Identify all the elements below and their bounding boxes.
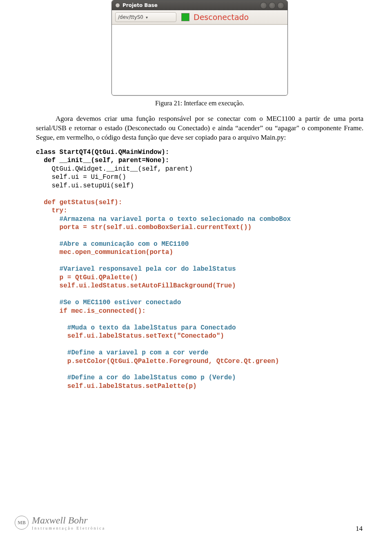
code-line: p = QtGui.QPalette() <box>36 274 138 281</box>
code-line: #Define a variavel p com a cor verde <box>36 349 208 356</box>
close-button[interactable] <box>277 2 284 9</box>
maximize-button[interactable] <box>269 2 276 9</box>
window-title: Projeto Base <box>122 2 258 8</box>
code-line: #Se o MEC1100 estiver conectado <box>36 299 181 306</box>
code-block: class StartQT4(QtGui.QMainWindow): def _… <box>36 148 363 391</box>
code-line: self.ui = Ui_Form() <box>36 174 126 181</box>
code-line: class StartQT4(QtGui.QMainWindow): <box>36 149 169 156</box>
brand-tagline: Instrumentação Eletrônica <box>32 526 105 530</box>
brand-logo-icon: MB <box>15 516 29 530</box>
app-window: Projeto Base /dev/ttyS0 ▾ Desconectado <box>111 0 288 96</box>
app-body <box>112 24 287 95</box>
code-line: self.ui.setupUi(self) <box>36 182 134 189</box>
toolbar: /dev/ttyS0 ▾ Desconectado <box>112 10 287 24</box>
code-line: #Armazena na variavel porta o texto sele… <box>36 216 291 223</box>
brand-text: Maxwell Bohr Instrumentação Eletrônica <box>32 515 105 530</box>
code-line: #Muda o texto da labelStatus para Conect… <box>36 324 236 332</box>
code-line: mec.open_communication(porta) <box>36 249 173 256</box>
code-line: try: <box>36 207 67 214</box>
code-line: p.setColor(QtGui.QPalette.Foreground, Qt… <box>36 358 279 365</box>
page: Projeto Base /dev/ttyS0 ▾ Desconectado F… <box>0 0 392 541</box>
code-line: QtGui.QWidget.__init__(self, parent) <box>36 165 193 173</box>
status-label: Desconectado <box>194 13 249 22</box>
serial-port-value: /dev/ttyS0 <box>118 14 146 20</box>
figure-caption: Figura 21: Interface em execução. <box>36 100 363 107</box>
page-number: 14 <box>356 525 363 533</box>
code-line: porta = str(self.ui.comboBoxSerial.curre… <box>36 224 252 231</box>
status-led <box>181 13 189 21</box>
body-paragraph: Agora devemos criar uma função responsáv… <box>36 114 363 142</box>
chevron-down-icon: ▾ <box>146 15 174 20</box>
minimize-button[interactable] <box>260 2 267 9</box>
code-line: self.ui.labelStatus.setText("Conectado") <box>36 332 224 340</box>
code-line: def __init__(self, parent=None): <box>36 157 169 164</box>
code-line: self.ui.ledStatus.setAutoFillBackground(… <box>36 282 236 289</box>
code-line: #Abre a comunicação com o MEC1100 <box>36 240 189 248</box>
serial-port-combo[interactable]: /dev/ttyS0 ▾ <box>115 12 176 22</box>
code-line: #Variavel responsavel pela cor do labelS… <box>36 265 236 273</box>
footer-brand: MB Maxwell Bohr Instrumentação Eletrônic… <box>15 515 105 530</box>
brand-name: Maxwell Bohr <box>32 515 105 526</box>
window-menu-icon <box>115 3 120 8</box>
code-line: if mec.is_connected(): <box>36 307 146 315</box>
code-line: #Define a cor do labelStatus como p (Ver… <box>36 374 236 381</box>
code-line: def getStatus(self): <box>36 199 122 206</box>
window-titlebar: Projeto Base <box>112 0 287 10</box>
code-line: self.ui.labelStatus.setPalette(p) <box>36 383 197 390</box>
